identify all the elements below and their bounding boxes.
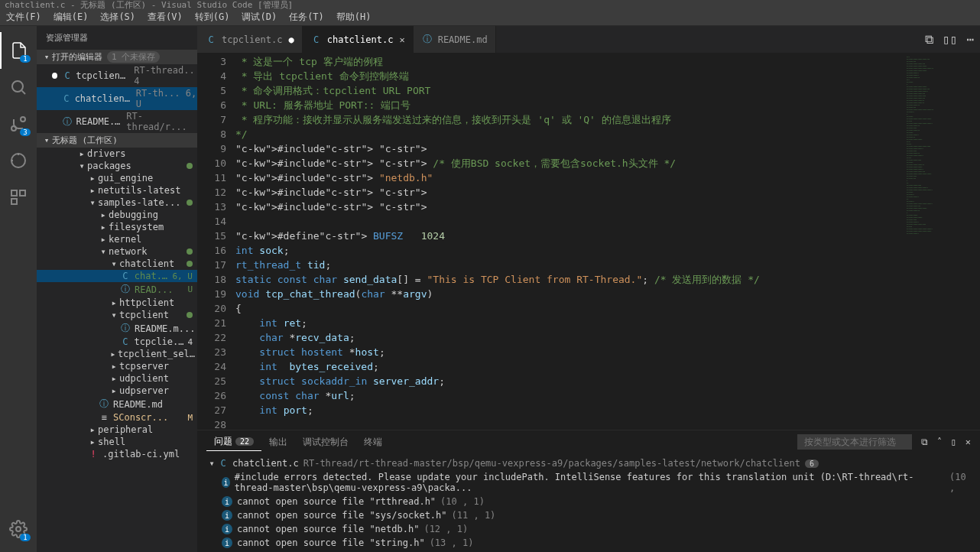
tree-samples[interactable]: ▾samples-late... [37,196,197,209]
menu-edit[interactable]: 编辑(E) [47,11,95,24]
problem-item[interactable]: i cannot open source file "rtthread.h" (… [206,495,971,508]
scm-badge: 3 [20,128,31,136]
debug-icon[interactable] [0,142,37,179]
problem-loc: (11 , 1) [452,510,496,521]
file-path: RT-thread/r... [126,111,197,132]
tab-tcpclient[interactable]: C tcpclient.c ● [197,26,303,53]
menu-go[interactable]: 转到(G) [189,11,236,24]
tree-httpclient[interactable]: ▸httpclient [37,297,197,309]
split-icon[interactable]: ▯▯ [943,32,957,47]
tree-udpclient[interactable]: ▸udpclient [37,372,197,385]
extensions-icon[interactable] [0,179,37,216]
tab-label: tcpclient.c [222,34,282,45]
collapse-icon[interactable]: ⧉ [921,437,928,447]
c-file-icon: C [119,271,131,281]
badge-count: 4 [187,337,193,347]
settings-icon[interactable]: 1 [0,511,37,547]
problem-item[interactable]: i #include errors detected. Please updat… [206,470,971,495]
tree-debugging[interactable]: ▸debugging [37,209,197,221]
explorer-title: 资源管理器 [37,26,197,50]
panel-tab-output[interactable]: 输出 [261,433,295,451]
tree-drivers[interactable]: ▸drivers [37,148,197,160]
problem-item[interactable]: i cannot open source file "netdb.h" (12 … [206,522,971,536]
problem-file-count: 6 [805,459,819,468]
info-icon: ⓘ [62,115,73,128]
error-icon: i [222,524,232,534]
tree-tcpclient-sele[interactable]: ▸tcpclient_sele... [37,348,197,360]
menu-file[interactable]: 文件(F) [0,11,47,24]
modified-dot-icon [187,312,193,318]
tree-tcpclient[interactable]: ▾tcpclient [37,309,197,321]
info-icon: ⓘ [421,33,433,46]
tree-chatclient[interactable]: ▾chatclient [37,258,197,270]
tree-gitlab[interactable]: !.gitlab-ci.yml [37,448,197,460]
tree-network[interactable]: ▾network [37,245,197,258]
tree-filesystem[interactable]: ▸filesystem [37,221,197,233]
tree-read-u[interactable]: ⓘREAD...U [37,282,197,297]
c-file-icon: C [62,70,73,81]
modified-dot-icon [187,163,193,169]
close-panel-icon[interactable]: ✕ [965,437,971,447]
maximize-icon[interactable]: ▯ [951,437,956,447]
tree-netutils[interactable]: ▸netutils-latest [37,184,197,196]
explorer-icon[interactable]: 1 [0,32,37,69]
problem-item[interactable]: i cannot open source file "string.h" (13… [206,536,971,550]
panel-tab-problems[interactable]: 问题22 [206,433,261,451]
tree-peripheral[interactable]: ▸peripheral [37,424,197,436]
minimap[interactable]: ▮▮▮▮▮▮▮▮▮▮▮▮▮▮▮▮▮▮▮▮▮▮▮▮▮▮▮▮▮▮▮▮▮▮▮▮▮▮▮▮… [904,53,980,430]
c-file-icon: C [205,34,217,45]
yml-icon: ! [87,449,99,459]
scm-icon[interactable]: 3 [0,106,37,142]
chevron-up-icon[interactable]: ˄ [937,437,942,447]
menu-selection[interactable]: 选择(S) [94,11,141,24]
tree-gui-engine[interactable]: ▸gui_engine [37,172,197,184]
modified-dot-icon [187,248,193,255]
svg-point-2 [21,117,25,122]
panel-tab-debug[interactable]: 调试控制台 [295,433,356,451]
panel-tab-terminal[interactable]: 终端 [356,433,390,451]
open-editor-chatclient[interactable]: C chatclient.c RT-th... 6, U [37,87,197,110]
file-path: RT-thread.. 4 [134,65,197,86]
tab-label: chatclient.c [327,34,394,45]
workspace-label: 无标题 (工作区) [52,135,118,146]
tree-chat-c[interactable]: Cchat...6, U [37,270,197,282]
more-icon[interactable]: ⋯ [966,32,974,47]
tree-packages[interactable]: ▾packages [37,160,197,172]
info-icon: ⓘ [98,398,110,411]
problem-loc: (10 , 1) [440,496,485,507]
tree-shell[interactable]: ▸shell [37,436,197,448]
tab-readme[interactable]: ⓘ README.md [414,26,496,53]
menu-debug[interactable]: 调试(D) [235,11,283,24]
svg-point-10 [16,527,21,531]
tree-udpserver[interactable]: ▸udpserver [37,385,197,397]
window-titlebar: chatclient.c - 无标题 (工作区) - Visual Studio… [0,0,980,9]
error-icon: i [222,510,232,521]
problem-item[interactable]: i cannot open source file "sys/socket.h"… [206,508,971,522]
menu-help[interactable]: 帮助(H) [330,11,378,24]
tree-readme-md[interactable]: ⓘREADME.md [37,397,197,411]
search-icon[interactable] [0,69,37,106]
open-editor-readme[interactable]: ⓘ README.md RT-thread/r... [37,110,197,133]
close-icon[interactable]: ✕ [399,34,404,45]
activity-bar: 1 3 1 [0,26,37,552]
open-editors-header[interactable]: ▾ 打开的编辑器 1 个未保存 [37,50,197,64]
problem-file-header[interactable]: ▾ C chatclient.c RT-thread/rt-thread-mas… [206,456,971,470]
tree-kernel[interactable]: ▸kernel [37,233,197,245]
code-editor[interactable]: * 这是一个 tcp 客户端的例程 * 导出 tcpclient 命令到控制终端… [235,53,904,430]
file-icon: ≡ [98,412,110,423]
problem-msg: cannot open source file "rtthread.h" [237,496,436,507]
workspace-header[interactable]: ▾ 无标题 (工作区) [37,133,197,148]
menu-view[interactable]: 查看(V) [141,11,189,24]
problem-file-name: chatclient.c [232,458,299,469]
problems-filter-input[interactable] [797,434,912,450]
compare-icon[interactable]: ⧉ [925,32,933,47]
tree-sconscr[interactable]: ≡SConscr...M [37,411,197,424]
tree-tcpserver[interactable]: ▸tcpserver [37,360,197,372]
tab-chatclient[interactable]: C chatclient.c ✕ [303,26,414,53]
tree-tcpclie[interactable]: Ctcpclie...4 [37,336,197,348]
tree-readme-m[interactable]: ⓘREADME.m... [37,321,197,336]
file-label: README.md [76,116,122,127]
modified-dot-icon [187,200,193,206]
open-editor-tcpclient[interactable]: C tcpclient.c RT-thread.. 4 [37,64,197,87]
menu-tasks[interactable]: 任务(T) [283,11,330,24]
